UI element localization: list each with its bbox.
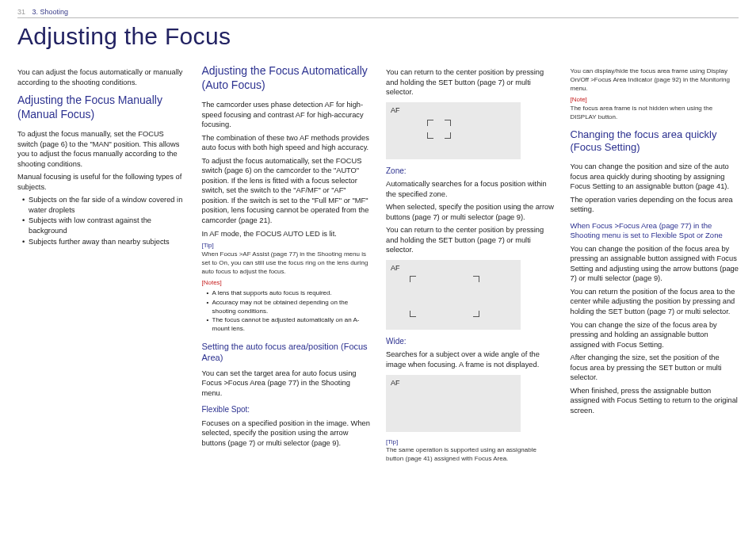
tip-text: When Focus >AF Assist (page 77) in the S… <box>202 250 371 276</box>
focus-setting-heading: Changing the focus area quickly (Focus S… <box>571 128 739 155</box>
bullet-item: Subjects on the far side of a window cov… <box>22 195 186 215</box>
zone-heading: Zone: <box>386 166 555 177</box>
corner-icon <box>410 276 416 282</box>
corner-icon <box>473 276 479 282</box>
focus-area-p: You can set the target area for auto foc… <box>202 369 371 399</box>
quick-p2: The operation varies depending on the fo… <box>571 195 739 215</box>
manual-page: 31 3. Shooting Adjusting the Focus You c… <box>0 0 756 535</box>
note-item: A lens that supports auto focus is requi… <box>207 289 371 298</box>
tip-text: The same operation is supported using an… <box>386 446 555 464</box>
manual-p2: Manual focusing is useful for the follow… <box>17 172 186 192</box>
zone-p3: You can return to the center position by… <box>386 225 555 255</box>
sub-p2: You can return the position of the focus… <box>571 287 739 317</box>
flexible-spot-p: Focuses on a specified position in the i… <box>202 418 371 449</box>
note-text: The focus area frame is not hidden when … <box>571 105 739 122</box>
auto-p3: To adjust the focus automatically, set t… <box>202 156 371 226</box>
af-diagram-wide: AF <box>386 375 521 432</box>
manual-bullets: Subjects on the far side of a window cov… <box>17 195 186 246</box>
auto-focus-heading: Adjusting the Focus Automatically (Auto … <box>202 64 371 92</box>
page-number: 31 <box>17 8 25 16</box>
col3-top: You can return to the center position by… <box>386 67 555 97</box>
zone-p2: When selected, specify the position usin… <box>386 202 555 222</box>
sub-p1: You can change the position of the focus… <box>571 244 739 284</box>
sub-heading: When Focus >Focus Area (page 77) in the … <box>571 221 739 241</box>
focus-area-heading: Setting the auto focus area/position (Fo… <box>202 342 371 364</box>
auto-p4: In AF mode, the FOCUS AUTO LED is lit. <box>202 229 371 239</box>
sub-p4: After changing the size, set the positio… <box>571 353 739 383</box>
sub-p5: When finished, press the assignable butt… <box>571 386 739 416</box>
col4-top: You can display/hide the focus area fram… <box>571 67 739 93</box>
af-diagram-zone: AF <box>386 260 521 330</box>
wide-p: Searches for a subject over a wide angle… <box>386 350 555 369</box>
manual-focus-heading: Adjusting the Focus Manually (Manual Foc… <box>17 94 186 121</box>
corner-icon <box>427 120 433 126</box>
af-label: AF <box>391 378 400 388</box>
flexible-spot-heading: Flexible Spot: <box>202 404 371 415</box>
intro-text: You can adjust the focus automatically o… <box>17 67 186 87</box>
corner-icon <box>445 132 451 139</box>
quick-p1: You can change the position and size of … <box>571 162 739 192</box>
note-label: [Note] <box>571 96 739 105</box>
af-diagram-spot: AF <box>386 102 521 159</box>
content-columns: You can adjust the focus automatically o… <box>17 64 739 464</box>
breadcrumb: 31 3. Shooting <box>17 8 739 18</box>
note-item: Accuracy may not be obtained depending o… <box>207 299 371 316</box>
column-2: Adjusting the Focus Automatically (Auto … <box>202 64 371 464</box>
corner-icon <box>410 311 416 317</box>
wide-heading: Wide: <box>386 336 555 347</box>
corner-icon <box>473 311 479 317</box>
zone-p1: Automatically searches for a focus posit… <box>386 179 555 199</box>
tip-label: [Tip] <box>202 242 371 250</box>
manual-p1: To adjust the focus manually, set the FO… <box>17 129 186 169</box>
tip-label: [Tip] <box>386 438 555 447</box>
chapter-label: 3. Shooting <box>32 8 69 16</box>
af-label: AF <box>391 263 400 273</box>
af-label: AF <box>391 105 400 115</box>
bullet-item: Subjects with low contrast against the b… <box>22 216 186 235</box>
sub-p3: You can change the size of the focus are… <box>571 320 739 350</box>
column-1: You can adjust the focus automatically o… <box>17 64 186 464</box>
corner-icon <box>427 132 433 139</box>
column-4: You can display/hide the focus area fram… <box>571 64 739 464</box>
note-item: The focus cannot be adjusted automatical… <box>207 316 371 334</box>
notes-label: [Notes] <box>202 279 371 288</box>
page-title: Adjusting the Focus <box>17 23 739 50</box>
notes-bullets: A lens that supports auto focus is requi… <box>202 289 371 334</box>
auto-p1: The camcorder uses phase detection AF fo… <box>202 100 371 130</box>
auto-p2: The combination of these two AF methods … <box>202 133 371 153</box>
corner-icon <box>445 120 451 126</box>
bullet-item: Subjects further away than nearby subjec… <box>22 237 186 247</box>
column-3: You can return to the center position by… <box>386 64 555 464</box>
